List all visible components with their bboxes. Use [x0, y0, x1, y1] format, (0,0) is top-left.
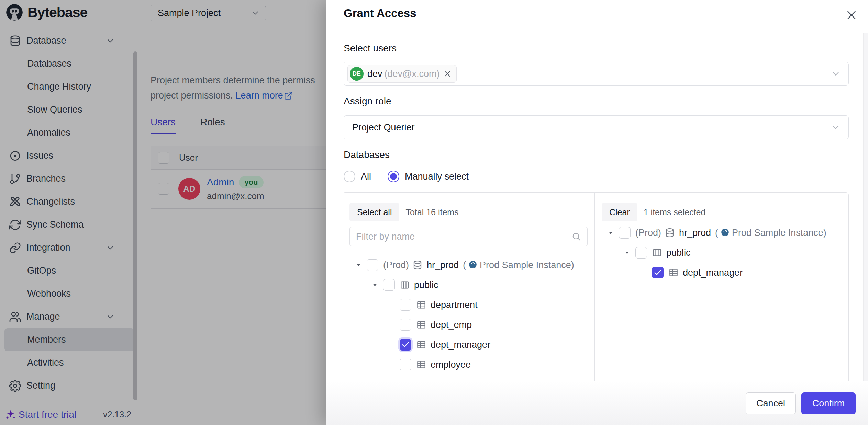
assign-role-label: Assign role	[344, 95, 849, 107]
radio-icon	[388, 171, 399, 182]
modal-title: Grant Access	[344, 5, 416, 21]
node-name: dept_manager	[683, 267, 743, 278]
search-icon	[571, 232, 581, 241]
table-icon	[416, 300, 426, 310]
environment-label: (Prod)	[635, 228, 661, 238]
tree-node-hr_prod: (Prod)hr_prod(Prod Sample Instance)	[602, 223, 842, 243]
node-checkbox[interactable]	[400, 359, 411, 370]
radio-label: Manually select	[405, 171, 469, 182]
instance-label: (Prod Sample Instance)	[715, 228, 826, 238]
node-checkbox[interactable]	[400, 299, 411, 311]
node-name: public	[414, 280, 438, 290]
modal-header: Grant Access	[326, 0, 868, 33]
database-icon	[412, 260, 423, 270]
node-checkbox[interactable]	[400, 339, 411, 351]
total-items-label: Total 16 items	[405, 207, 458, 217]
database-icon	[665, 228, 675, 238]
clear-button[interactable]: Clear	[602, 203, 637, 221]
node-checkbox[interactable]	[635, 247, 647, 259]
table-icon	[668, 267, 679, 278]
target-panel: Clear 1 items selected (Prod)hr_prod(Pro…	[595, 193, 848, 381]
chevron-down-icon	[831, 69, 841, 79]
source-tree: (Prod)hr_prod(Prod Sample Instance)publi…	[349, 255, 588, 375]
environment-label: (Prod)	[383, 260, 409, 271]
chevron-down-icon	[831, 122, 841, 133]
postgresql-icon	[468, 260, 478, 270]
node-checkbox[interactable]	[652, 267, 664, 278]
databases-label: Databases	[344, 149, 849, 161]
modal-footer: Cancel Confirm	[326, 381, 868, 425]
node-name: department	[431, 300, 478, 310]
schema-icon	[652, 248, 662, 258]
tree-node-employee: employee	[349, 355, 588, 375]
selected-user-chip: DE dev (dev@x.com)	[347, 65, 457, 83]
avatar: DE	[350, 67, 364, 81]
selected-user-email: (dev@x.com)	[385, 69, 440, 79]
database-scope-radios: AllManually select	[344, 170, 849, 183]
database-transfer: Select all Total 16 items Filter by name…	[344, 192, 849, 381]
assign-role-value: Project Querier	[352, 122, 415, 133]
remove-user-icon[interactable]	[443, 70, 452, 78]
selected-count-label: 1 items selected	[644, 207, 706, 217]
select-users-label: Select users	[344, 43, 849, 54]
tree-node-public: public	[349, 275, 588, 295]
close-icon[interactable]	[845, 9, 858, 21]
assign-role-select[interactable]: Project Querier	[344, 115, 849, 139]
modal-scrollbar[interactable]	[863, 33, 868, 381]
radio-manually-select[interactable]: Manually select	[388, 171, 469, 182]
tree-node-dept_emp: dept_emp	[349, 315, 588, 335]
node-checkbox[interactable]	[619, 227, 631, 239]
screen: Bytebase DatabaseDatabasesChange History…	[0, 0, 868, 425]
schema-icon	[400, 280, 410, 290]
node-name: employee	[431, 359, 471, 370]
caret-down-icon[interactable]	[355, 262, 362, 268]
caret-down-icon[interactable]	[624, 249, 631, 256]
node-checkbox[interactable]	[367, 259, 378, 271]
target-tree: (Prod)hr_prod(Prod Sample Instance)publi…	[602, 223, 842, 283]
radio-all[interactable]: All	[344, 171, 371, 182]
filter-placeholder: Filter by name	[356, 231, 415, 242]
node-name: hr_prod	[679, 228, 711, 238]
confirm-button[interactable]: Confirm	[801, 392, 856, 414]
modal-body: Select users DE dev (dev@x.com) Assign r…	[344, 33, 849, 381]
selected-user-name: dev	[367, 69, 382, 79]
select-users-input[interactable]: DE dev (dev@x.com)	[344, 62, 849, 86]
tree-node-public: public	[602, 243, 842, 263]
radio-icon	[344, 171, 355, 182]
table-icon	[416, 359, 426, 370]
node-checkbox[interactable]	[400, 319, 411, 331]
instance-label: (Prod Sample Instance)	[463, 260, 574, 271]
tree-node-dept_manager: dept_manager	[602, 263, 842, 283]
tree-node-hr_prod: (Prod)hr_prod(Prod Sample Instance)	[349, 255, 588, 275]
node-name: hr_prod	[427, 260, 459, 271]
radio-label: All	[361, 171, 371, 182]
node-name: dept_emp	[431, 320, 472, 330]
node-name: dept_manager	[431, 340, 490, 350]
node-checkbox[interactable]	[383, 279, 395, 291]
select-all-button[interactable]: Select all	[349, 203, 399, 221]
cancel-button[interactable]: Cancel	[746, 392, 796, 414]
postgresql-icon	[720, 228, 730, 238]
caret-down-icon[interactable]	[371, 282, 378, 288]
tree-node-dept_manager: dept_manager	[349, 335, 588, 355]
node-name: public	[666, 248, 691, 258]
filter-input[interactable]: Filter by name	[349, 227, 588, 246]
grant-access-modal: Grant Access Select users DE dev (dev@x.…	[326, 0, 868, 425]
table-icon	[416, 320, 426, 330]
table-icon	[416, 340, 426, 350]
caret-down-icon[interactable]	[607, 229, 614, 236]
tree-node-department: department	[349, 295, 588, 315]
source-panel: Select all Total 16 items Filter by name…	[344, 193, 595, 381]
